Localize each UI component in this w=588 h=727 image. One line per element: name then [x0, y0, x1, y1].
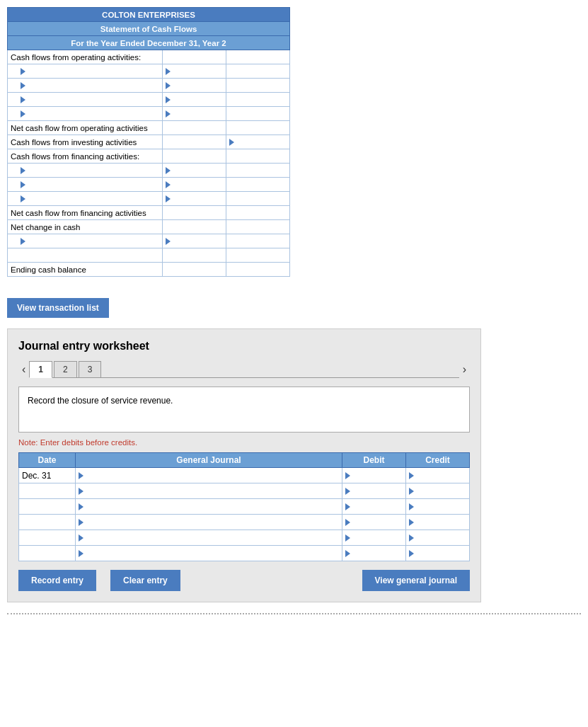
general-journal-header: General Journal [76, 453, 342, 468]
financing-header-total[interactable] [226, 149, 290, 164]
fin-row-1-label[interactable] [8, 164, 163, 178]
op-row-4-total[interactable] [226, 107, 290, 121]
view-transaction-list-button[interactable]: View transaction list [7, 298, 109, 318]
note-text: Note: Enter debits before credits. [18, 438, 470, 447]
debit-header: Debit [342, 453, 406, 468]
journal-credit-3[interactable] [406, 499, 470, 515]
journal-debit-6[interactable] [342, 546, 406, 561]
financing-label: Cash flows from financing activities: [8, 149, 163, 164]
net-operating-total[interactable] [226, 121, 290, 135]
journal-debit-5[interactable] [342, 530, 406, 546]
beg-cash-total[interactable] [226, 234, 290, 248]
journal-row-6 [19, 546, 470, 561]
statement-period: For the Year Ended December 31, Year 2 [8, 36, 290, 50]
tab-3[interactable]: 3 [79, 361, 102, 377]
statement-title: Statement of Cash Flows [8, 22, 290, 36]
journal-desc-5[interactable] [76, 530, 342, 546]
spacer-amount[interactable] [163, 248, 226, 263]
op-row-4-label[interactable] [8, 107, 163, 121]
op-row-2-label[interactable] [8, 79, 163, 93]
op-row-3-amount[interactable] [163, 93, 226, 107]
tab-1[interactable]: 1 [29, 361, 52, 378]
spacer-total[interactable] [226, 248, 290, 263]
journal-debit-1[interactable] [342, 468, 406, 483]
journal-desc-2[interactable] [76, 483, 342, 499]
operating-total-1[interactable] [226, 50, 290, 64]
ending-cash-total[interactable] [226, 263, 290, 277]
instruction-text: Record the closure of service revenue. [28, 396, 173, 406]
net-operating-label: Net cash flow from operating activities [8, 121, 163, 135]
op-row-2-amount[interactable] [163, 79, 226, 93]
journal-date-1: Dec. 31 [19, 468, 76, 483]
fin-row-2-total[interactable] [226, 178, 290, 192]
op-row-3-total[interactable] [226, 93, 290, 107]
fin-row-2-amount[interactable] [163, 178, 226, 192]
journal-credit-4[interactable] [406, 515, 470, 530]
journal-row-2 [19, 483, 470, 499]
journal-date-2 [19, 483, 76, 499]
spacer-row [8, 248, 163, 263]
journal-entry-table: Date General Journal Debit Credit Dec. 3… [18, 452, 470, 561]
journal-date-5 [19, 530, 76, 546]
op-row-3-label[interactable] [8, 93, 163, 107]
journal-desc-1[interactable] [76, 468, 342, 483]
operating-amount-1[interactable] [163, 50, 226, 64]
record-entry-button[interactable]: Record entry [18, 570, 96, 591]
op-row-1-label[interactable] [8, 64, 163, 79]
company-name: COLTON ENTERPRISES [8, 8, 290, 22]
journal-credit-5[interactable] [406, 530, 470, 546]
journal-date-4 [19, 515, 76, 530]
journal-row-5 [19, 530, 470, 546]
net-change-total[interactable] [226, 220, 290, 234]
credit-header: Credit [406, 453, 470, 468]
ending-cash-amount[interactable] [163, 263, 226, 277]
bottom-divider [7, 613, 581, 614]
investing-total[interactable] [226, 135, 290, 149]
cash-flow-statement: COLTON ENTERPRISES Statement of Cash Flo… [7, 7, 290, 277]
beg-cash-label[interactable] [8, 234, 163, 248]
fin-row-3-amount[interactable] [163, 192, 226, 206]
view-general-journal-button[interactable]: View general journal [362, 570, 470, 591]
action-buttons: Record entry Clear entry View general jo… [18, 570, 470, 591]
net-change-amount[interactable] [163, 220, 226, 234]
clear-entry-button[interactable]: Clear entry [110, 570, 180, 591]
net-financing-label: Net cash flow from financing activities [8, 206, 163, 220]
journal-credit-2[interactable] [406, 483, 470, 499]
journal-credit-1[interactable] [406, 468, 470, 483]
net-change-label: Net change in cash [8, 220, 163, 234]
fin-row-1-total[interactable] [226, 164, 290, 178]
next-page-button[interactable]: › [459, 363, 470, 376]
journal-row-1: Dec. 31 [19, 468, 470, 483]
journal-debit-4[interactable] [342, 515, 406, 530]
fin-row-2-label[interactable] [8, 178, 163, 192]
op-row-2-total[interactable] [226, 79, 290, 93]
journal-worksheet: Journal entry worksheet ‹ 1 2 3 › Record… [7, 328, 481, 602]
fin-row-3-total[interactable] [226, 192, 290, 206]
journal-debit-3[interactable] [342, 499, 406, 515]
instruction-box: Record the closure of service revenue. [18, 387, 470, 433]
net-operating-amount[interactable] [163, 121, 226, 135]
financing-header-amount[interactable] [163, 149, 226, 164]
fin-row-3-label[interactable] [8, 192, 163, 206]
net-financing-amount[interactable] [163, 206, 226, 220]
op-row-4-amount[interactable] [163, 107, 226, 121]
journal-desc-6[interactable] [76, 546, 342, 561]
journal-credit-6[interactable] [406, 546, 470, 561]
journal-desc-3[interactable] [76, 499, 342, 515]
journal-debit-2[interactable] [342, 483, 406, 499]
ending-cash-label: Ending cash balance [8, 263, 163, 277]
operating-activities-label: Cash flows from operating activities: [8, 50, 163, 64]
op-row-1-amount[interactable] [163, 64, 226, 79]
fin-row-1-amount[interactable] [163, 164, 226, 178]
journal-worksheet-title: Journal entry worksheet [18, 340, 470, 353]
beg-cash-amount[interactable] [163, 234, 226, 248]
page-tabs: 1 2 3 [29, 361, 459, 378]
journal-desc-4[interactable] [76, 515, 342, 530]
op-row-1-total[interactable] [226, 64, 290, 79]
net-financing-total[interactable] [226, 206, 290, 220]
journal-date-3 [19, 499, 76, 515]
tab-2[interactable]: 2 [54, 361, 77, 377]
prev-page-button[interactable]: ‹ [18, 363, 29, 376]
journal-row-4 [19, 515, 470, 530]
investing-amount[interactable] [163, 135, 226, 149]
